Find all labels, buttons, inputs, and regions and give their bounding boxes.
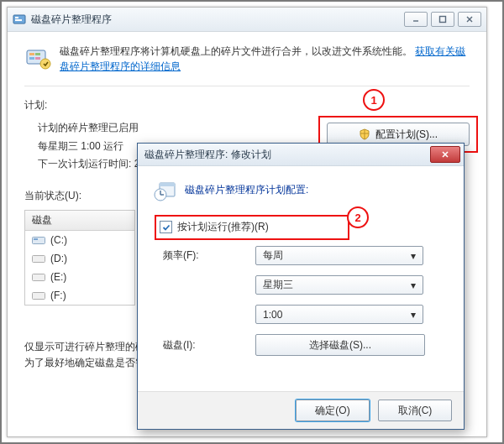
time-select[interactable]: 1:00 ▾ (255, 305, 423, 324)
dialog-titlebar: 磁盘碎片整理程序: 修改计划 (138, 144, 464, 166)
svg-point-12 (40, 59, 50, 69)
app-icon (13, 13, 26, 26)
run-on-schedule-label: 按计划运行(推荐)(R) (177, 220, 269, 234)
intro-section: 磁盘碎片整理程序将计算机硬盘上的碎片文件进行合并，以改进文件系统性能。 获取有关… (24, 44, 470, 86)
maximize-button[interactable] (431, 12, 454, 27)
drive-row[interactable]: (E:) (25, 268, 134, 286)
drive-row[interactable]: (D:) (25, 249, 134, 268)
drive-row[interactable]: (F:) (25, 286, 134, 305)
drive-table: 磁盘 (C:) (D:) (E:) (F:) (24, 210, 135, 306)
schedule-label: 计划: (24, 98, 470, 112)
svg-rect-1 (15, 17, 18, 18)
schedule-heading: 计划的碎片整理已启用 (38, 119, 318, 138)
drive-icon (32, 272, 45, 282)
dialog-close-button[interactable] (430, 146, 460, 163)
dialog-title: 磁盘碎片整理程序: 修改计划 (144, 148, 430, 162)
cancel-button[interactable]: 取消(C) (378, 400, 452, 421)
drive-table-header[interactable]: 磁盘 (25, 211, 134, 231)
minimize-button[interactable] (404, 12, 428, 27)
shield-icon (359, 128, 370, 140)
dialog-footer: 确定(O) 取消(C) (138, 391, 464, 429)
svg-rect-14 (34, 238, 38, 240)
frequency-label: 频率(F): (153, 248, 247, 263)
run-on-schedule-checkbox[interactable] (160, 221, 172, 233)
dialog-heading: 磁盘碎片整理程序计划配置: (185, 183, 308, 197)
drive-label: (D:) (50, 253, 67, 264)
svg-rect-2 (15, 19, 22, 21)
defrag-icon (24, 44, 51, 71)
svg-rect-11 (35, 57, 40, 60)
drive-icon (32, 235, 45, 245)
svg-rect-21 (160, 183, 175, 186)
chevron-down-icon: ▾ (411, 250, 419, 262)
drive-label: (C:) (50, 234, 67, 246)
main-titlebar: 磁盘碎片整理程序 (8, 8, 486, 32)
drive-row[interactable]: (C:) (25, 231, 134, 249)
day-select[interactable]: 星期三 ▾ (255, 275, 423, 295)
svg-rect-17 (33, 292, 45, 299)
intro-text: 磁盘碎片整理程序将计算机硬盘上的碎片文件进行合并，以改进文件系统性能。 (60, 45, 412, 57)
chevron-down-icon: ▾ (411, 279, 419, 291)
drive-icon (32, 253, 45, 264)
chevron-down-icon: ▾ (411, 309, 419, 321)
svg-rect-16 (33, 274, 45, 280)
drive-label: (E:) (50, 271, 66, 283)
ok-button[interactable]: 确定(O) (296, 400, 370, 421)
main-title: 磁盘碎片整理程序 (31, 13, 404, 27)
modify-schedule-dialog: 磁盘碎片整理程序: 修改计划 磁盘碎片整理程序计划配置: 按 (137, 143, 465, 430)
svg-rect-9 (35, 53, 40, 55)
svg-rect-15 (33, 255, 45, 262)
svg-rect-13 (33, 237, 45, 243)
frequency-select[interactable]: 每周 ▾ (255, 246, 423, 265)
drive-label: (F:) (50, 290, 66, 301)
disks-label: 磁盘(I): (153, 338, 247, 353)
select-disks-button[interactable]: 选择磁盘(S)... (255, 334, 425, 356)
schedule-icon (153, 178, 176, 201)
svg-rect-10 (29, 57, 34, 60)
svg-rect-4 (440, 17, 446, 23)
svg-rect-8 (29, 53, 34, 55)
drive-icon (32, 290, 45, 300)
close-button[interactable] (458, 12, 481, 27)
